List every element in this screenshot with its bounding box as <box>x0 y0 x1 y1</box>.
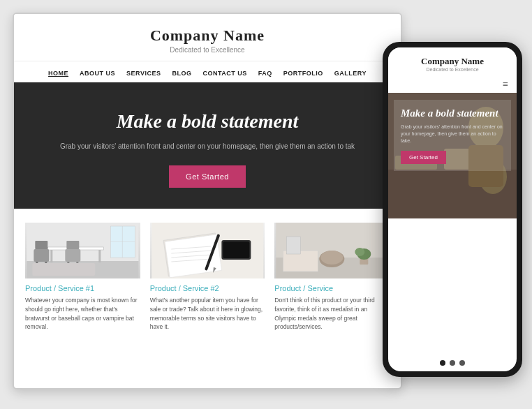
svg-rect-10 <box>66 241 79 249</box>
hamburger-icon[interactable]: ≡ <box>503 79 508 90</box>
mobile-nav-bar: ≡ <box>388 76 517 93</box>
nav-contact[interactable]: CONTACT US <box>202 70 246 77</box>
svg-rect-5 <box>34 249 49 262</box>
mobile-tagline: Dedicated to Excellence <box>394 67 511 72</box>
product-card-1: Product / Service #1 Whatever your compa… <box>25 223 140 332</box>
desktop-header: Company Name Dedicated to Excellence <box>14 14 401 61</box>
desktop-products-section: Product / Service #1 Whatever your compa… <box>14 209 401 339</box>
svg-point-34 <box>355 248 365 256</box>
product-desc-2: What's another popular item you have for… <box>150 296 265 332</box>
mobile-header: Company Name Dedicated to Excellence <box>388 47 517 76</box>
product-img-1 <box>25 223 140 278</box>
svg-rect-31 <box>287 237 301 254</box>
mobile-mockup: Company Name Dedicated to Excellence ≡ <box>383 42 522 377</box>
mobile-hero: Make a bold statement Grab your visitors… <box>388 93 517 218</box>
product-card-3: Product / Service Don't think of this pr… <box>274 223 390 332</box>
product-desc-3: Don't think of this product or your thir… <box>274 296 390 332</box>
svg-rect-6 <box>35 241 47 249</box>
mobile-hero-subtitle: Grab your visitors' attention front and … <box>401 124 504 144</box>
desktop-company-name: Company Name <box>14 27 401 45</box>
nav-services[interactable]: SERVICES <box>126 70 161 77</box>
desktop-nav: HOME ABOUT US SERVICES BLOG CONTACT US F… <box>14 61 401 82</box>
mobile-dot-3 <box>459 360 465 366</box>
mobile-hero-title: Make a bold statement <box>401 107 504 119</box>
svg-rect-13 <box>32 263 95 276</box>
product-img-3 <box>274 223 390 278</box>
mobile-bottom-bar <box>388 360 517 366</box>
svg-rect-9 <box>65 249 80 262</box>
mobile-get-started-button[interactable]: Get Started <box>401 151 446 164</box>
nav-home[interactable]: HOME <box>48 70 68 77</box>
product-card-2: Product / Service #2 What's another popu… <box>150 223 265 332</box>
svg-rect-4 <box>98 250 101 262</box>
product-title-3: Product / Service <box>274 284 390 292</box>
svg-rect-27 <box>223 241 249 258</box>
nav-faq[interactable]: FAQ <box>258 70 272 77</box>
mobile-dot-2 <box>450 360 455 366</box>
desktop-hero-title: Make a bold statement <box>42 110 373 133</box>
mobile-company-name: Company Name <box>394 56 511 67</box>
svg-point-36 <box>321 251 343 265</box>
desktop-tagline: Dedicated to Excellence <box>14 46 401 54</box>
mobile-hero-content: Make a bold statement Grab your visitors… <box>394 100 511 171</box>
product-desc-1: Whatever your company is most known for … <box>25 296 140 332</box>
nav-portfolio[interactable]: PORTFOLIO <box>283 70 323 77</box>
svg-rect-3 <box>50 250 52 262</box>
nav-gallery[interactable]: GALLERY <box>334 70 367 77</box>
product-title-1: Product / Service #1 <box>25 284 140 292</box>
product-img-2 <box>150 223 265 278</box>
product-title-2: Product / Service #2 <box>150 284 265 292</box>
desktop-hero: Make a bold statement Grab your visitors… <box>14 82 401 209</box>
nav-about[interactable]: ABOUT US <box>80 70 115 77</box>
nav-blog[interactable]: BLOG <box>172 70 191 77</box>
mobile-dot-1 <box>440 360 445 366</box>
svg-rect-14 <box>110 226 135 258</box>
desktop-hero-subtitle: Grab your visitors' attention front and … <box>42 141 373 151</box>
mobile-screen: Company Name Dedicated to Excellence ≡ <box>388 47 517 371</box>
desktop-get-started-button[interactable]: Get Started <box>169 165 246 188</box>
desktop-mockup: Company Name Dedicated to Excellence HOM… <box>13 13 402 389</box>
